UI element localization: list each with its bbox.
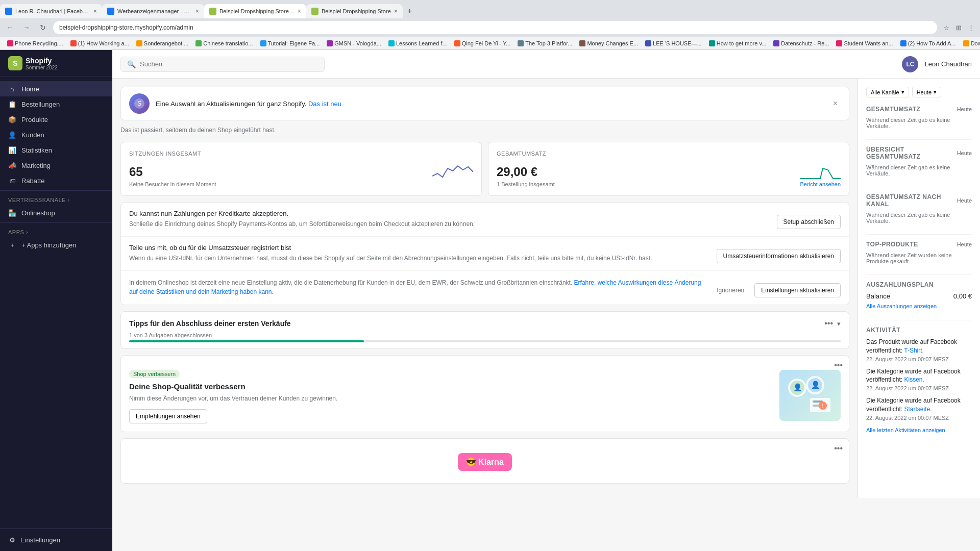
- panel-overview-label: ÜBERSICHT GESAMTUMSATZ: [866, 146, 957, 160]
- tab-close-3[interactable]: ×: [298, 8, 301, 15]
- sidebar-item-orders[interactable]: 📋 Bestellungen: [0, 96, 112, 112]
- bookmark-7[interactable]: Lessons Learned f...: [385, 39, 450, 47]
- tab-2[interactable]: Werbeanzeigenmanager - We... ×: [102, 4, 204, 18]
- bookmark-3[interactable]: Sonderangebot!...: [133, 39, 191, 47]
- bookmark-4[interactable]: Chinese translatio...: [192, 39, 256, 47]
- activity-2-link[interactable]: Kissen.: [904, 376, 924, 383]
- bookmark-15[interactable]: (2) How To Add A...: [897, 39, 959, 47]
- svg-text:S: S: [137, 100, 141, 107]
- improve-button[interactable]: Empfehlungen ansehen: [129, 409, 207, 423]
- tips-progress: 1 von 3 Aufgaben abgeschlossen: [121, 332, 849, 348]
- sessions-value: 65: [129, 165, 143, 179]
- bookmark-11[interactable]: LEE 'S HOUSE—...: [642, 39, 705, 47]
- activity-3-link[interactable]: Startseite.: [904, 406, 932, 413]
- revenue-report-link[interactable]: Bericht ansehen: [800, 181, 841, 187]
- bookmark-9[interactable]: The Top 3 Platfor...: [514, 39, 575, 47]
- tab-4[interactable]: Beispiel Dropshipping Store ×: [306, 4, 403, 18]
- menu-icon[interactable]: ⋮: [966, 22, 976, 33]
- activity-1-link[interactable]: T-Shirt.: [904, 347, 924, 354]
- sidebar-item-customers[interactable]: 👤 Kunden: [0, 127, 112, 142]
- bookmark-12[interactable]: How to get more v...: [706, 39, 770, 47]
- panel-by-channel-time: Heute: [957, 197, 972, 204]
- bookmark-6[interactable]: GMSN - Vologda...: [324, 39, 384, 47]
- settings-label: Einstellungen: [20, 536, 60, 544]
- revenue-chart: [800, 161, 841, 181]
- setup-complete-button[interactable]: Setup abschließen: [777, 215, 841, 229]
- bookmark-10[interactable]: Money Changes E...: [576, 39, 641, 47]
- banner-link[interactable]: Das ist neu: [308, 100, 341, 108]
- refresh-button[interactable]: ↻: [37, 21, 49, 34]
- address-input[interactable]: [53, 21, 937, 34]
- tab-close-4[interactable]: ×: [394, 8, 398, 15]
- sidebar-item-marketing[interactable]: 📣 Marketing: [0, 158, 112, 173]
- apps-chevron[interactable]: ›: [26, 230, 28, 235]
- all-channels-filter[interactable]: Alle Kanäle ▾: [866, 87, 909, 97]
- sidebar-divider-1: [0, 190, 112, 191]
- tab-close-2[interactable]: ×: [195, 8, 199, 15]
- add-apps-button[interactable]: + + Apps hinzufügen: [0, 237, 112, 253]
- bookmark-16[interactable]: Download - Cooki...: [960, 39, 980, 47]
- sidebar-item-online-store[interactable]: 🏪 Onlineshop: [0, 205, 112, 220]
- sidebar: S Shopify Sommer 2022 ⌂ Home 📋 Bestellun…: [0, 50, 112, 551]
- user-avatar[interactable]: LC: [902, 56, 918, 72]
- privacy-action-text: In deinem Onlineshop ist derzeit eine ne…: [129, 278, 704, 296]
- panel-payout-label: AUSZAHLUNGSPLAN: [866, 281, 934, 288]
- bookmark-8[interactable]: Qing Fei De Yi - Y...: [451, 39, 514, 47]
- tips-header: Tipps für den Abschluss deiner ersten Ve…: [121, 312, 849, 332]
- tab-1[interactable]: Leon R. Chaudhari | Facebook ×: [0, 4, 102, 18]
- shopify-logo-icon: S: [8, 56, 22, 70]
- update-banner: S Eine Auswahl an Aktualisierungen für g…: [120, 87, 849, 120]
- banner-icon: S: [129, 93, 150, 114]
- today-filter[interactable]: Heute ▾: [912, 87, 941, 97]
- improve-more-button[interactable]: •••: [834, 361, 843, 370]
- forward-button[interactable]: →: [20, 21, 33, 34]
- panel-payout-header: AUSZAHLUNGSPLAN: [866, 281, 972, 288]
- settings-item[interactable]: ⚙ Einstellungen: [8, 533, 104, 547]
- panel-total-revenue-empty: Während dieser Zeit gab es keine Verkäuf…: [866, 117, 972, 129]
- payment-action-desc: Schließe die Einrichtung deines Shopify …: [129, 219, 771, 229]
- klarna-more-button[interactable]: •••: [834, 444, 843, 453]
- tips-more-button[interactable]: •••: [824, 319, 833, 328]
- tab-3[interactable]: Beispiel Dropshipping Store ... ×: [204, 4, 306, 18]
- sidebar-item-analytics[interactable]: 📊 Statistiken: [0, 142, 112, 158]
- sidebar-item-discounts[interactable]: 🏷 Rabatte: [0, 173, 112, 188]
- privacy-link[interactable]: Erfahre, welche Auswirkungen diese Änder…: [129, 279, 701, 295]
- ignore-button[interactable]: Ignorieren: [710, 283, 750, 297]
- settings-icon: ⚙: [8, 536, 16, 544]
- panel-balance-row: Balance 0,00 €: [866, 292, 972, 300]
- sidebar-item-products[interactable]: 📦 Produkte: [0, 112, 112, 127]
- search-input[interactable]: [140, 60, 318, 68]
- all-payouts-link[interactable]: Alle Auszahlungen anzeigen: [866, 303, 937, 309]
- panel-top-products-header: TOP-PRODUKTE Heute: [866, 241, 972, 248]
- bookmark-5[interactable]: Tutorial: Eigene Fa...: [257, 39, 323, 47]
- panel-divider-4: [866, 274, 972, 275]
- bookmark-2[interactable]: (1) How Working a...: [67, 39, 132, 47]
- back-button[interactable]: ←: [4, 21, 16, 34]
- activity-item-2: Die Kategorie wurde auf Facebook veröffe…: [866, 367, 972, 392]
- bookmark-icon[interactable]: ☆: [941, 22, 951, 33]
- privacy-action-desc: In deinem Onlineshop ist derzeit eine ne…: [129, 278, 704, 296]
- bookmark-14[interactable]: Student Wants an...: [833, 39, 896, 47]
- sidebar-item-orders-label: Bestellungen: [21, 101, 60, 108]
- sales-channels-chevron[interactable]: ›: [68, 197, 70, 203]
- payment-btn-row: Setup abschließen: [777, 215, 841, 229]
- tab-favicon-2: [107, 8, 114, 15]
- klarna-card: ••• 😎 Klarna: [120, 438, 849, 484]
- sidebar-item-home[interactable]: ⌂ Home: [0, 81, 112, 96]
- new-tab-button[interactable]: +: [403, 4, 417, 18]
- privacy-settings-button[interactable]: Einstellungen aktualisieren: [754, 283, 841, 297]
- panel-overview-empty: Während dieser Zeit gab es keine Verkäuf…: [866, 164, 972, 177]
- sessions-chart: [432, 161, 473, 181]
- bookmark-1[interactable]: Phone Recycling....: [4, 39, 66, 47]
- tax-update-button[interactable]: Umsatzsteuerinformationen aktualisieren: [717, 249, 841, 263]
- extension-icon[interactable]: ⊞: [953, 22, 964, 33]
- customers-icon: 👤: [8, 131, 16, 139]
- tips-collapse-button[interactable]: ▾: [837, 320, 841, 328]
- tab-close-1[interactable]: ×: [93, 8, 97, 15]
- payment-action-text: Du kannst nun Zahlungen per Kreditkarte …: [129, 210, 771, 229]
- all-activities-link[interactable]: Alle letzten Aktivitäten anzeigen: [866, 427, 945, 433]
- banner-close-button[interactable]: ×: [830, 98, 841, 109]
- sidebar-item-discounts-label: Rabatte: [21, 177, 45, 185]
- bookmark-13[interactable]: Datenschutz - Re...: [770, 39, 832, 47]
- search-icon: 🔍: [127, 60, 136, 68]
